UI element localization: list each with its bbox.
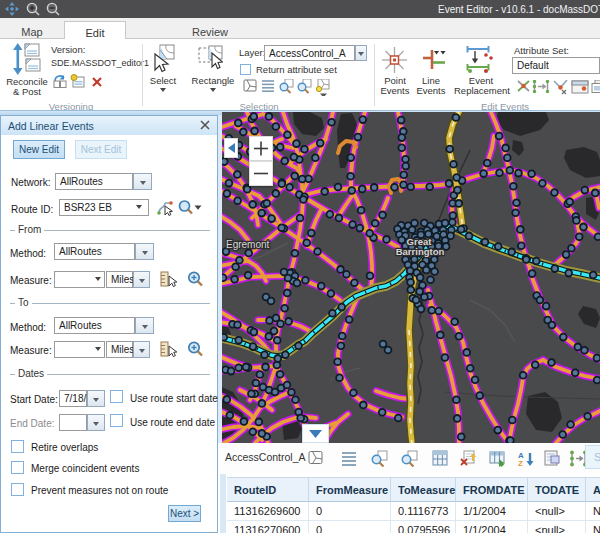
- svg-text:Barrington: Barrington: [396, 246, 445, 257]
- svg-text:Z: Z: [518, 459, 523, 467]
- svg-text:Egremont: Egremont: [226, 239, 270, 250]
